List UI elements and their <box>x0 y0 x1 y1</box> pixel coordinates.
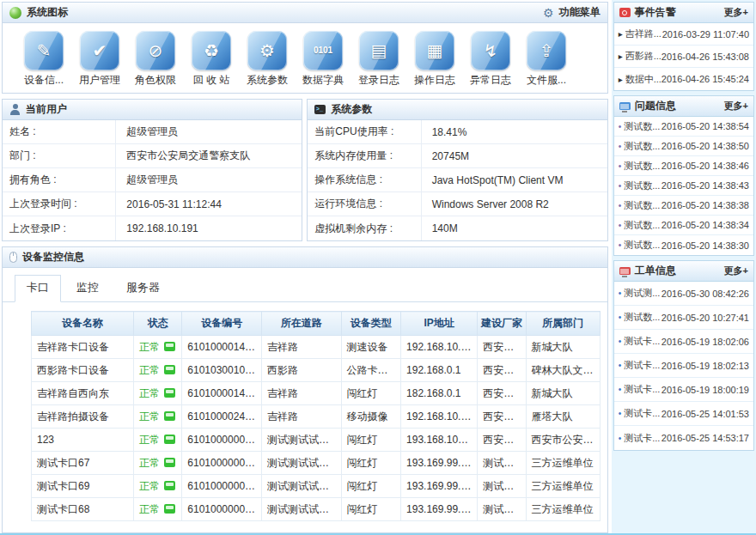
cell: 测试测试试测试1测 <box>261 429 341 452</box>
list-item[interactable]: •测试卡...2016-05-25 14:53:17 <box>614 426 753 450</box>
table-row[interactable]: 测试卡口67正常61010000000701测试测试试测试1测闯红灯193.16… <box>32 452 601 475</box>
panel-title: 系统参数 <box>331 102 372 117</box>
dashboard-page: 系统图标 ⚙ 功能菜单 ✎设备信...✔用户管理⊘角色权限♻回 收 站⚙系统参数… <box>0 0 756 535</box>
list-item[interactable]: •测试数...2016-05-20 14:38:34 <box>614 216 753 235</box>
cell: 西安翔迅 <box>478 405 526 429</box>
user-management-icon: ✔ <box>80 31 119 70</box>
info-row: 运行环境信息 :Windows Server 2008 R2 <box>308 192 607 216</box>
item-title: 西影路... <box>625 50 662 63</box>
list-item[interactable]: ▸吉祥路...2016-03-29 11:07:40 <box>614 23 753 46</box>
cell: 西安翔迅 <box>478 359 526 382</box>
status-cell: 正常 <box>134 475 182 498</box>
dock-item-9[interactable]: ↯异常日志 <box>468 31 513 88</box>
device-tabs: 卡口 监控 服务器 <box>3 268 607 302</box>
cell: 西影路 <box>261 359 341 382</box>
cell: 123 <box>32 429 134 452</box>
list-item[interactable]: •测试卡...2016-05-19 18:00:19 <box>614 378 753 402</box>
function-menu-button[interactable]: 功能菜单 <box>559 5 601 20</box>
table-row[interactable]: 吉祥路拍摄设备正常61010000240005吉祥路移动摄像192.168.10… <box>32 405 601 429</box>
column-header: 设备名称 <box>32 312 134 336</box>
list-item[interactable]: •测试卡...2016-05-19 18:02:06 <box>614 330 753 354</box>
more-link[interactable]: 更多+ <box>724 100 748 112</box>
table-row[interactable]: 西影路卡口设备正常61010300100202西影路公路卡口设备192.168.… <box>32 359 601 382</box>
status-text: 正常 <box>139 410 160 423</box>
monitor-blue-icon <box>619 102 631 110</box>
main-column: 系统图标 ⚙ 功能菜单 ✎设备信...✔用户管理⊘角色权限♻回 收 站⚙系统参数… <box>0 0 608 533</box>
status-text: 正常 <box>139 503 160 515</box>
dock-item-label: 角色权限 <box>133 73 178 88</box>
list-item[interactable]: •测试数...2016-05-20 14:38:50 <box>614 137 753 156</box>
dock-item-7[interactable]: ▤登录日志 <box>357 31 401 88</box>
info-value: 20745M <box>422 144 469 167</box>
info-label: 虚拟机剩余内存 : <box>308 216 421 240</box>
dock-item-10[interactable]: ⇪文件服... <box>524 31 569 88</box>
list-item[interactable]: •测试数...2016-05-20 14:38:30 <box>614 235 753 255</box>
status-cell: 正常 <box>134 405 182 429</box>
system-icons-header: 系统图标 ⚙ 功能菜单 <box>3 3 607 23</box>
dock-item-6[interactable]: 0101数据字典 <box>301 31 345 88</box>
list-item[interactable]: ▸数据中...2016-04-26 15:45:24 <box>614 68 753 90</box>
list-item[interactable]: •测试数...2016-05-20 14:38:38 <box>614 196 753 216</box>
info-value: 192.168.10.191 <box>116 216 198 240</box>
cell: 192.168.0.1 <box>401 359 478 382</box>
gear-icon[interactable]: ⚙ <box>543 7 554 19</box>
more-link[interactable]: 更多+ <box>724 6 748 19</box>
info-value: Java HotSpot(TM) Client VM <box>422 168 564 192</box>
more-link[interactable]: 更多+ <box>724 264 748 277</box>
cell: 192.168.10.25 <box>401 405 478 429</box>
current-user-panel: 当前用户 姓名 :超级管理员部门 :西安市公安局交通警察支队拥有角色 :超级管理… <box>2 99 302 241</box>
list-item[interactable]: •测试数...2016-05-20 14:38:43 <box>614 176 753 196</box>
table-row[interactable]: 测试卡口69正常61010000000701测试测试试测试1测闯红灯193.16… <box>32 475 601 498</box>
table-header-row: 设备名称状态设备编号所在道路设备类型IP地址建设厂家所属部门 <box>32 312 601 336</box>
list-item[interactable]: •测试卡...2016-05-19 18:02:13 <box>614 354 753 378</box>
item-time: 2016-05-25 14:53:17 <box>662 433 749 443</box>
table-row[interactable]: 吉祥路卡口设备正常61010000140003吉祥路测速设备192.168.10… <box>32 336 601 359</box>
tab-server[interactable]: 服务器 <box>114 275 172 301</box>
dock-item-4[interactable]: ♻回 收 站 <box>189 31 234 88</box>
list-item[interactable]: •测试数...2016-05-20 14:38:54 <box>614 117 753 137</box>
item-title: 测试数... <box>624 160 660 173</box>
info-row: 虚拟机剩余内存 :140M <box>308 216 607 240</box>
device-monitor-panel: 设备监控信息 卡口 监控 服务器 设备名称状态设备编号所在道路设备类型IP地址建… <box>2 246 608 533</box>
info-value: 超级管理员 <box>116 168 178 192</box>
item-title: 测试数... <box>624 199 660 212</box>
cell: 测试测试试测试1测 <box>261 498 341 521</box>
dock-item-1[interactable]: ✎设备信... <box>21 31 66 88</box>
dock-item-8[interactable]: ▦操作日志 <box>412 31 457 88</box>
device-info-icon: ✎ <box>24 31 64 70</box>
cell: 61010000140001 <box>182 382 262 405</box>
dock-item-label: 回 收 站 <box>189 73 234 88</box>
icon-glyph: ♻ <box>204 42 219 59</box>
cell: 61010000000701 <box>182 452 262 475</box>
cell: 测试测试试测试1测 <box>261 452 341 475</box>
info-value: Windows Server 2008 R2 <box>422 192 549 216</box>
dock-item-label: 操作日志 <box>412 73 457 88</box>
dock-item-label: 设备信... <box>21 73 66 88</box>
dock-item-2[interactable]: ✔用户管理 <box>77 31 122 88</box>
item-time: 2016-05-20 14:38:38 <box>662 200 749 210</box>
list-item[interactable]: ▸西影路...2016-04-26 15:43:08 <box>614 46 753 68</box>
item-title: 测试卡... <box>624 335 660 348</box>
table-row[interactable]: 123正常61010000000701测试测试试测试1测闯红灯193.168.1… <box>32 429 601 452</box>
panel-title: 工单信息 <box>635 264 720 278</box>
column-header: 所属部门 <box>526 312 600 336</box>
tab-checkpoint[interactable]: 卡口 <box>15 275 61 302</box>
table-row[interactable]: 吉祥路自西向东正常61010000140001吉祥路闯红灯182.168.0.1… <box>32 382 601 405</box>
item-time: 2016-04-26 15:45:24 <box>662 74 749 84</box>
cell: 测试测试试测试1测 <box>261 475 341 498</box>
printer-icon <box>164 411 175 421</box>
dock-item-5[interactable]: ⚙系统参数 <box>245 31 290 88</box>
tab-surveillance[interactable]: 监控 <box>64 275 111 301</box>
list-item[interactable]: •测试数...2016-05-20 10:27:41 <box>614 306 753 330</box>
dock-item-3[interactable]: ⊘角色权限 <box>133 31 178 88</box>
list-item[interactable]: •测试数...2016-05-20 14:38:46 <box>614 156 753 176</box>
table-row[interactable]: 测试卡口68正常61010000000701测试测试试测试1测闯红灯193.16… <box>32 498 601 521</box>
list-item[interactable]: •测试测...2016-05-30 08:42:26 <box>614 282 753 306</box>
item-time: 2016-03-29 11:07:40 <box>662 29 749 40</box>
monitor-red-icon <box>619 267 631 275</box>
cell: 61010000000701 <box>182 498 262 521</box>
list-item[interactable]: •测试卡...2016-05-25 14:01:53 <box>614 402 753 426</box>
printer-icon <box>164 481 175 490</box>
cell: 61010000000701 <box>182 429 262 452</box>
bullet-icon: • <box>619 361 622 370</box>
